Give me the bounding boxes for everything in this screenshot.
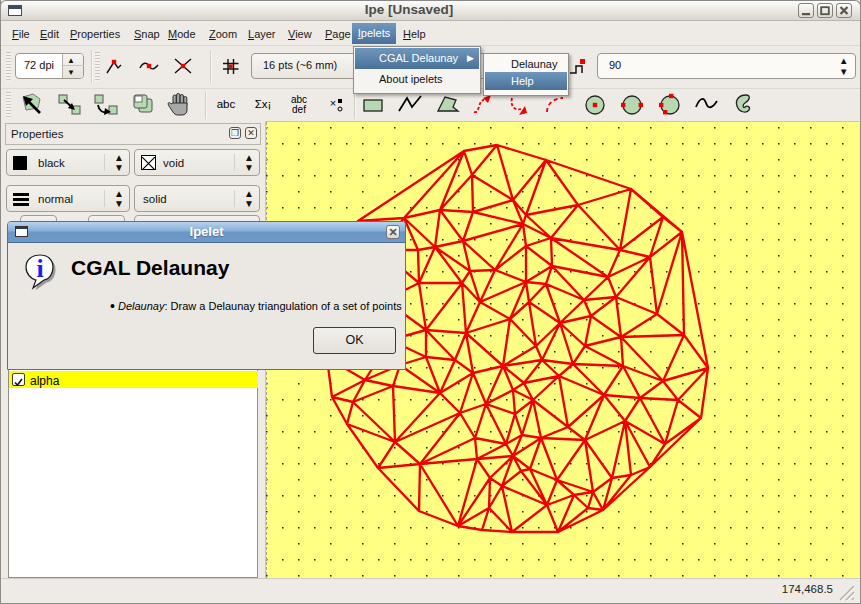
svg-text:Σx¡: Σx¡: [255, 98, 272, 110]
svg-text:def: def: [292, 104, 306, 115]
svg-text:abc: abc: [217, 98, 236, 110]
svg-text:×: ×: [330, 97, 336, 109]
svg-text:i: i: [36, 254, 43, 283]
